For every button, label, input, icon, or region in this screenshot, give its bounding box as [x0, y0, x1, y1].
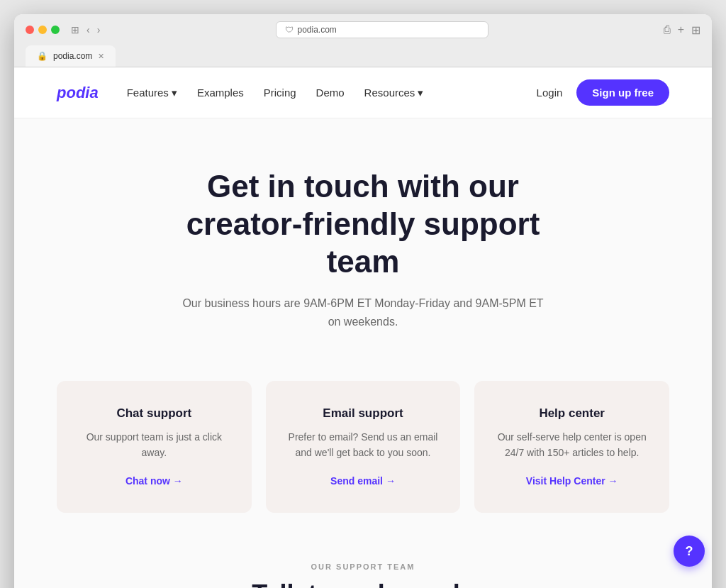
card-desc-email: Prefer to email? Send us an email and we…: [287, 429, 440, 461]
nav-features[interactable]: Features ▾: [127, 87, 177, 99]
tab-favicon: 🔒: [37, 51, 48, 61]
nav-links: Features ▾ Examples Pricing Demo Resourc…: [127, 87, 537, 99]
chat-now-link[interactable]: Chat now →: [125, 475, 183, 487]
cards-section: Chat support Our support team is just a …: [14, 367, 712, 549]
grid-icon[interactable]: ⊞: [691, 23, 700, 37]
navbar: podia Features ▾ Examples Pricing Demo R…: [14, 67, 712, 118]
tab-close-icon[interactable]: ✕: [98, 52, 104, 61]
help-center-card: Help center Our self-serve help center i…: [474, 381, 669, 514]
url-display: podia.com: [298, 25, 337, 35]
signup-button[interactable]: Sign up free: [576, 79, 669, 106]
card-title-chat: Chat support: [78, 406, 230, 421]
forward-icon[interactable]: ›: [97, 24, 101, 35]
active-tab[interactable]: 🔒 podia.com ✕: [26, 45, 116, 67]
back-icon[interactable]: ‹: [86, 24, 90, 35]
chat-support-card: Chat support Our support team is just a …: [57, 381, 252, 514]
email-support-card: Email support Prefer to email? Send us a…: [266, 381, 461, 514]
chevron-down-icon: ▾: [418, 87, 423, 99]
card-desc-chat: Our support team is just a click away.: [78, 429, 230, 461]
hero-title: Get in touch with our creator-friendly s…: [150, 168, 576, 280]
traffic-lights: [26, 26, 60, 34]
nav-demo[interactable]: Demo: [316, 87, 345, 99]
nav-actions: Login Sign up free: [537, 79, 669, 106]
card-title-email: Email support: [287, 406, 440, 421]
maximize-button[interactable]: [51, 26, 60, 34]
card-desc-help: Our self-serve help center is open 24/7 …: [496, 429, 648, 461]
team-title: Talk to real people: [57, 579, 669, 588]
address-bar[interactable]: 🛡 podia.com: [276, 21, 488, 38]
hero-subtitle: Our business hours are 9AM-6PM ET Monday…: [179, 294, 547, 331]
close-button[interactable]: [26, 26, 34, 34]
help-button[interactable]: ?: [674, 536, 705, 567]
chevron-down-icon: ▾: [172, 87, 177, 99]
card-title-help: Help center: [496, 406, 648, 421]
minimize-button[interactable]: [38, 26, 47, 34]
login-link[interactable]: Login: [537, 87, 563, 99]
visit-help-center-link[interactable]: Visit Help Center →: [526, 475, 618, 487]
address-bar-container: 🛡 podia.com: [106, 21, 657, 38]
section-label: OUR SUPPORT TEAM: [57, 562, 669, 571]
nav-pricing[interactable]: Pricing: [264, 87, 296, 99]
tab-title: podia.com: [53, 51, 92, 61]
browser-chrome: ⊞ ‹ › 🛡 podia.com ⎙ + ⊞ 🔒 podia.com ✕: [14, 14, 712, 67]
sidebar-toggle-icon[interactable]: ⊞: [71, 24, 79, 35]
nav-resources[interactable]: Resources ▾: [364, 87, 424, 99]
window-controls: ⊞ ‹ ›: [71, 24, 100, 35]
browser-actions: ⎙ + ⊞: [664, 23, 700, 37]
browser-window: ⊞ ‹ › 🛡 podia.com ⎙ + ⊞ 🔒 podia.com ✕: [14, 14, 712, 588]
security-icon: 🛡: [285, 25, 294, 35]
browser-titlebar: ⊞ ‹ › 🛡 podia.com ⎙ + ⊞: [26, 21, 700, 38]
new-tab-icon[interactable]: +: [678, 23, 684, 37]
team-section: OUR SUPPORT TEAM Talk to real people Ama…: [14, 548, 712, 588]
hero-section: Get in touch with our creator-friendly s…: [14, 118, 712, 367]
logo[interactable]: podia: [57, 84, 99, 102]
share-icon[interactable]: ⎙: [664, 23, 671, 37]
page-content: podia Features ▾ Examples Pricing Demo R…: [14, 67, 712, 588]
browser-tabs: 🔒 podia.com ✕: [26, 45, 700, 67]
nav-examples[interactable]: Examples: [197, 87, 244, 99]
send-email-link[interactable]: Send email →: [330, 475, 396, 487]
